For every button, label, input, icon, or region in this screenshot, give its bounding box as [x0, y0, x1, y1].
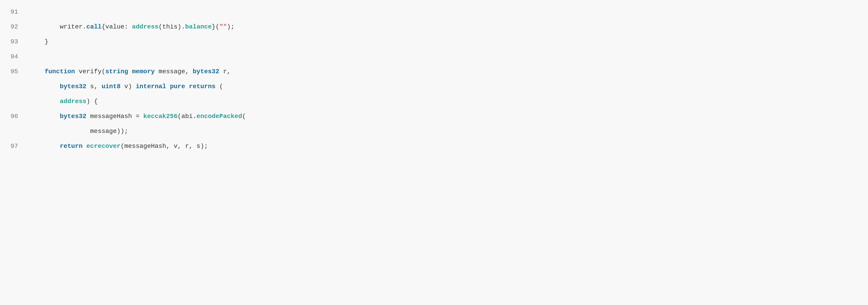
line-content: bytes32 messageHash = keccak256(abi.enco…: [29, 112, 868, 122]
code-line: 95 function verify(string memory message…: [0, 64, 868, 79]
line-number: 95: [0, 67, 29, 77]
code-continuation-line: message));: [0, 124, 868, 139]
code-editor: 9192 writer.call{value: address(this).ba…: [0, 0, 868, 305]
line-content: function verify(string memory message, b…: [29, 67, 868, 77]
line-number: 94: [0, 52, 29, 62]
line-content: return ecrecover(messageHash, v, r, s);: [29, 141, 868, 151]
code-line: 97 return ecrecover(messageHash, v, r, s…: [0, 139, 868, 154]
line-number: 97: [0, 141, 29, 151]
code-continuation-line: bytes32 s, uint8 v) internal pure return…: [0, 79, 868, 94]
line-content: }: [29, 37, 868, 47]
line-content: address) {: [29, 96, 868, 107]
line-content: bytes32 s, uint8 v) internal pure return…: [29, 82, 868, 92]
line-content: writer.call{value: address(this).balance…: [29, 22, 868, 32]
line-number: 92: [0, 22, 29, 32]
code-line: 91: [0, 4, 868, 20]
line-number: 96: [0, 112, 29, 122]
code-block: 9192 writer.call{value: address(this).ba…: [0, 4, 868, 154]
code-line: 94: [0, 49, 868, 64]
line-number: 93: [0, 37, 29, 47]
line-content: message));: [29, 126, 868, 136]
code-line: 93 }: [0, 34, 868, 49]
code-line: 92 writer.call{value: address(this).bala…: [0, 20, 868, 34]
line-number: 91: [0, 7, 29, 17]
code-line: 96 bytes32 messageHash = keccak256(abi.e…: [0, 109, 868, 124]
code-continuation-line: address) {: [0, 94, 868, 109]
